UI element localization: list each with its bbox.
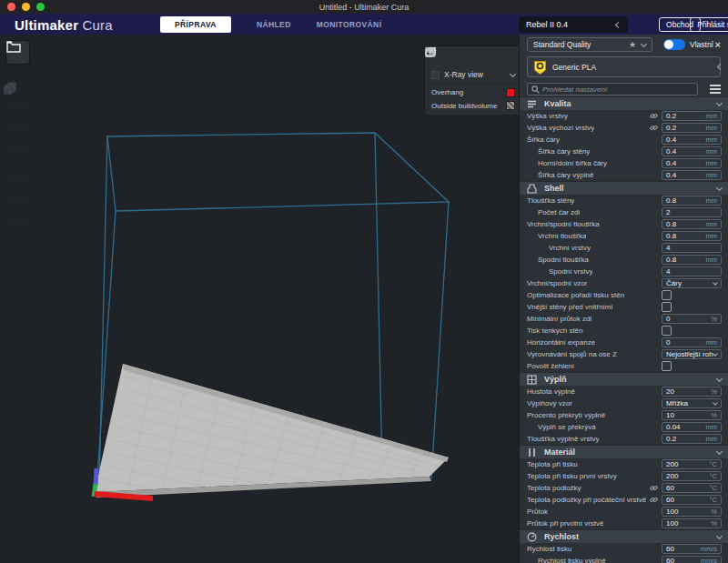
setting-dropdown[interactable]: Nejostřejší roh [662,349,722,359]
setting-value-field[interactable]: 60mm/s [662,544,722,554]
link-icon [650,112,658,120]
settings-menu-icon[interactable] [710,85,721,94]
search-input[interactable] [542,85,688,94]
support-blocker-button[interactable] [4,200,31,224]
view-left-icon[interactable] [475,51,487,63]
setting-unit: mm/s [701,545,717,553]
setting-value-field[interactable]: 0.8mm [662,231,722,241]
setting-label: Teplota podložky [527,484,581,492]
setting-value: 2 [666,208,670,216]
section-header-shell[interactable]: Shell [520,181,728,195]
setting-value: 0.4 [666,136,676,144]
scale-tool-button[interactable] [4,106,31,129]
setting-value-field[interactable]: 0.8mm [662,196,722,206]
setting-value-field[interactable]: 100% [662,518,722,528]
setting-checkbox[interactable] [662,361,672,371]
setting-value-field[interactable]: 0.04mm [662,422,722,432]
setting-label: Spodní tloušťka [538,256,589,264]
rotate-tool-button[interactable] [4,129,31,153]
profile-dropdown[interactable]: Standard Quality ★ [527,37,652,52]
custom-mode-toggle[interactable] [663,39,685,50]
setting-checkbox[interactable] [662,290,672,300]
section-header-quality[interactable]: Kvalita [520,96,728,110]
setting-value-field[interactable]: 0% [662,314,722,324]
setting-row: Procento překrytí výplně10% [520,409,728,421]
setting-value-field[interactable]: 0.8mm [662,255,722,265]
signin-button[interactable]: Přihlásit se [690,17,728,32]
setting-value-field[interactable]: 100% [662,507,722,517]
link-icon [650,124,658,132]
setting-value-field[interactable]: 0.2mm [662,434,722,444]
setting-value: 60 [666,484,674,492]
material-selector[interactable]: Generic PLA [527,56,721,77]
zoom-window-button[interactable] [36,3,45,11]
logo-cura: Cura [83,17,113,33]
setting-value-field[interactable]: 10% [662,410,722,420]
printer-selector[interactable]: Rebel II 0.4 [519,16,628,33]
minimize-window-button[interactable] [22,3,30,11]
star-icon: ★ [629,40,636,49]
setting-value-field[interactable]: 4 [662,266,722,276]
setting-value-field[interactable]: 60°C [662,483,722,493]
view-top-icon[interactable] [460,51,471,63]
setting-dropdown[interactable]: Mřížka [662,398,722,408]
setting-value-field[interactable]: 0.4mm [662,146,722,156]
setting-row: Rychlost tisku výplně60mm/s [520,555,728,563]
setting-dropdown[interactable]: Čáry [662,278,722,288]
setting-label: Vrchní tloušťka [538,232,586,240]
setting-checkbox[interactable] [662,302,672,312]
setting-value-field[interactable]: 200°C [662,459,722,469]
tab-preview[interactable]: NÁHLED [244,16,304,33]
setting-value-field[interactable]: 0.2mm [662,111,722,121]
print-settings-panel: Standard Quality ★ Vlastní × Generic PLA [519,35,728,563]
view-mode-dropdown[interactable]: X-Ray view [430,68,516,85]
close-window-button[interactable] [7,3,15,11]
setting-value-field[interactable]: 0.2mm [662,123,722,133]
setting-value-field[interactable]: 0.4mm [662,158,722,168]
setting-value: 60 [666,496,674,504]
setting-value-field[interactable]: 4 [662,243,722,253]
setting-value-field[interactable]: 0.4mm [662,135,722,145]
setting-value-field[interactable]: 0.8mm [662,219,722,229]
section-header-speed[interactable]: Rychlost [520,529,728,543]
view-eye-icon[interactable] [504,51,516,63]
per-model-settings-button[interactable] [4,176,31,200]
setting-value: 200 [666,472,678,480]
close-icon[interactable]: × [715,40,721,50]
setting-row: Šířka čáry výplně0.4mm [520,169,728,181]
setting-value-field[interactable]: 2 [662,207,722,217]
setting-value-field[interactable]: 60°C [662,495,722,505]
quality-icon [527,99,537,109]
mirror-tool-button[interactable] [4,153,31,176]
tab-prepare[interactable]: PŘÍPRAVA [160,16,231,33]
setting-value: 0.8 [666,256,676,264]
setting-row: Výplň se překrývá0.04mm [520,421,728,433]
setting-label: Šířka čáry stěny [538,147,590,156]
setting-value: 0 [666,315,670,323]
material-icon [527,447,537,457]
view-right-icon[interactable] [490,51,501,63]
outside-buildvolume-swatch [506,101,515,110]
setting-value-field[interactable]: 20% [662,387,722,397]
setting-row: Šířka čáry stěny0.4mm [520,146,728,157]
view-front-icon[interactable] [445,51,457,63]
settings-search[interactable] [527,83,698,96]
setting-value-field[interactable]: 60mm/s [662,556,722,563]
viewport-3d[interactable]: X-Ray view Overhang Outside buildvolume [0,35,519,563]
section-label: Shell [544,184,564,193]
setting-unit: % [711,411,717,419]
legend-overhang-label: Overhang [431,88,463,96]
setting-unit: mm [706,147,718,156]
setting-checkbox[interactable] [662,326,672,336]
setting-value-field[interactable]: 0.4mm [662,170,722,180]
setting-label: Vyrovnávání spojů na ose Z [527,350,617,358]
section-header-infill[interactable]: Výplň [520,372,728,386]
chevron-down-icon [641,40,647,46]
setting-value-field[interactable]: 0mm [662,337,722,347]
setting-value-field[interactable]: 200°C [662,471,722,481]
section-header-material[interactable]: Materiál [520,445,728,458]
open-file-button[interactable] [5,40,30,65]
setting-unit: mm [706,136,718,144]
tab-monitor[interactable]: MONITOROVÁNÍ [304,16,395,33]
setting-unit: °C [710,484,717,492]
